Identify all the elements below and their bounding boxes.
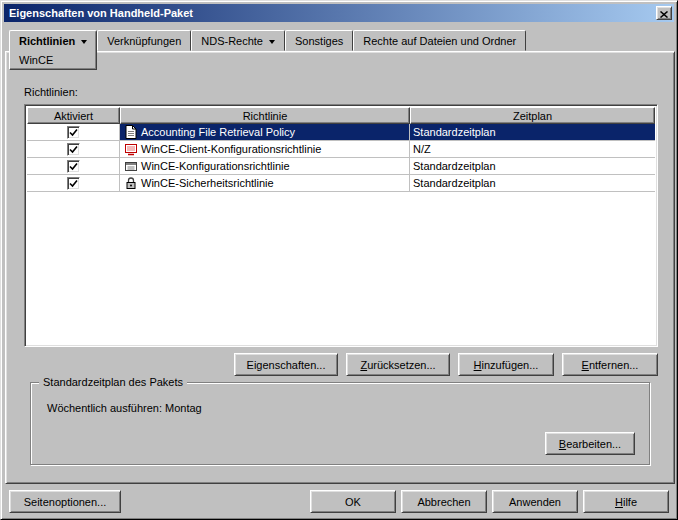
tab-content-panel: Richtlinien: Aktiviert Richtlinie Zeitpl…: [5, 51, 675, 484]
policy-name: WinCE-Client-Konfigurationsrichtlinie: [141, 143, 321, 155]
ok-button[interactable]: OK: [310, 490, 396, 513]
policy-row[interactable]: WinCE-Sicherheitsrichtlinie Standardzeit…: [27, 175, 655, 192]
policy-cell: Accounting File Retrieval Policy: [120, 124, 410, 141]
eigenschaften-button[interactable]: Eigenschaften...: [234, 353, 338, 376]
policies-label: Richtlinien:: [24, 86, 78, 98]
seitenoptionen-button[interactable]: Seitenoptionen...: [9, 490, 121, 513]
schedule-cell: Standardzeitplan: [410, 175, 655, 192]
abbrechen-button[interactable]: Abbrechen: [401, 490, 487, 513]
bearbeiten-button[interactable]: Bearbeiten...: [545, 432, 635, 455]
client-config-icon: [123, 143, 138, 156]
tab-nds-rechte[interactable]: NDS-Rechte: [191, 30, 285, 51]
column-header-aktiviert[interactable]: Aktiviert: [27, 107, 120, 124]
window-config-icon: [123, 160, 138, 173]
policy-name: WinCE-Konfigurationsrichtlinie: [141, 160, 290, 172]
row-checkbox[interactable]: [67, 177, 80, 190]
schedule-cell: Standardzeitplan: [410, 124, 655, 141]
title-bar[interactable]: Eigenschaften von Handheld-Paket: [4, 4, 674, 22]
tab-verknuepfungen-label: Verknüpfungen: [107, 35, 181, 47]
policy-cell: WinCE-Sicherheitsrichtlinie: [120, 175, 410, 192]
enabled-cell: [27, 158, 120, 175]
dropdown-arrow-icon: [81, 40, 87, 44]
entfernen-button[interactable]: Entfernen...: [562, 353, 658, 376]
close-icon: [660, 6, 668, 21]
list-action-buttons: Eigenschaften... Zurücksetzen... Hinzufü…: [234, 353, 658, 376]
policy-name: Accounting File Retrieval Policy: [141, 126, 295, 138]
row-checkbox[interactable]: [67, 126, 80, 139]
policy-list[interactable]: Aktiviert Richtlinie Zeitplan Accounting…: [24, 104, 658, 347]
policy-row[interactable]: Accounting File Retrieval Policy Standar…: [27, 124, 655, 141]
policy-row[interactable]: WinCE-Konfigurationsrichtlinie Standardz…: [27, 158, 655, 175]
tab-verknuepfungen[interactable]: Verknüpfungen: [97, 30, 191, 51]
groupbox-title: Standardzeitplan des Pakets: [39, 376, 187, 388]
schedule-summary-text: Wöchentlich ausführen: Montag: [47, 402, 202, 414]
enabled-cell: [27, 175, 120, 192]
list-header: Aktiviert Richtlinie Zeitplan: [27, 107, 655, 124]
row-checkbox[interactable]: [67, 143, 80, 156]
tab-rechte-dateien-ordner[interactable]: Rechte auf Dateien und Ordner: [353, 30, 526, 51]
tab-rechte-dateien-ordner-label: Rechte auf Dateien und Ordner: [363, 35, 516, 47]
hilfe-button[interactable]: Hilfe: [583, 490, 669, 513]
anwenden-button[interactable]: Anwenden: [492, 490, 578, 513]
schedule-cell: Standardzeitplan: [410, 158, 655, 175]
window-title: Eigenschaften von Handheld-Paket: [9, 7, 656, 19]
tab-sonstiges[interactable]: Sonstiges: [285, 30, 353, 51]
tab-bar: Richtlinien WinCE Verknüpfungen NDS-Rech…: [9, 30, 526, 70]
tab-richtlinien-label: Richtlinien: [19, 35, 75, 47]
tab-nds-rechte-label: NDS-Rechte: [201, 35, 263, 47]
zuruecksetzen-button[interactable]: Zurücksetzen...: [346, 353, 450, 376]
document-icon: [123, 125, 138, 139]
dropdown-arrow-icon: [269, 40, 275, 44]
column-header-zeitplan[interactable]: Zeitplan: [410, 107, 655, 124]
tab-richtlinien-sublabel: WinCE: [19, 54, 87, 66]
tab-sonstiges-label: Sonstiges: [295, 35, 343, 47]
dialog-window: Eigenschaften von Handheld-Paket Richtli…: [0, 0, 678, 520]
tab-richtlinien[interactable]: Richtlinien WinCE: [9, 30, 97, 70]
policy-cell: WinCE-Konfigurationsrichtlinie: [120, 158, 410, 175]
enabled-cell: [27, 124, 120, 141]
hinzufuegen-button[interactable]: Hinzufügen...: [458, 353, 554, 376]
close-button[interactable]: [656, 6, 672, 20]
policy-name: WinCE-Sicherheitsrichtlinie: [141, 177, 274, 189]
standardzeitplan-groupbox: Standardzeitplan des Pakets Wöchentlich …: [30, 382, 650, 465]
schedule-cell: N/Z: [410, 141, 655, 158]
tab-richtlinien-line: Richtlinien: [19, 35, 87, 47]
column-header-richtlinie[interactable]: Richtlinie: [120, 107, 410, 124]
enabled-cell: [27, 141, 120, 158]
dialog-buttons: OK Abbrechen Anwenden Hilfe: [310, 490, 669, 513]
policy-cell: WinCE-Client-Konfigurationsrichtlinie: [120, 141, 410, 158]
policy-row[interactable]: WinCE-Client-Konfigurationsrichtlinie N/…: [27, 141, 655, 158]
lock-icon: [123, 177, 138, 190]
row-checkbox[interactable]: [67, 160, 80, 173]
